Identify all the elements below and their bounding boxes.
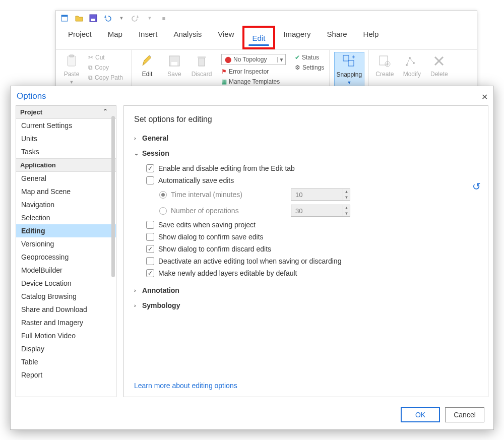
dialog-title: Options (11, 86, 493, 104)
modify-button[interactable]: Modify (399, 52, 424, 79)
new-project-icon[interactable] (60, 13, 70, 23)
redo-icon[interactable] (131, 13, 141, 23)
delete-button[interactable]: Delete (426, 52, 452, 79)
topology-combo[interactable]: ⬤No Topology ▼ (221, 54, 286, 65)
svg-point-19 (409, 57, 411, 59)
label-deactivate-tool: Deactivate an active editing tool when s… (158, 257, 341, 265)
edit-button[interactable]: Edit (135, 52, 160, 79)
sidebar-item-table[interactable]: Table (16, 355, 116, 368)
undo-icon[interactable] (102, 13, 112, 23)
sidebar-item-display[interactable]: Display (16, 342, 116, 355)
ok-button[interactable]: OK (401, 407, 440, 422)
manage-templates-button[interactable]: ▦Manage Templates (219, 77, 288, 86)
paste-label: Paste (64, 71, 80, 78)
checkbox-auto-save[interactable] (146, 176, 154, 184)
tab-share[interactable]: Share (319, 26, 355, 49)
create-button[interactable]: Create (372, 52, 397, 79)
discard-edits-button[interactable]: Discard (189, 52, 214, 79)
chevron-down-icon: ▼ (277, 57, 285, 62)
settings-button[interactable]: ⚙Settings (293, 63, 326, 72)
checkbox-save-when-saving-project[interactable] (146, 221, 154, 229)
section-symbology[interactable]: ›Symbology (134, 301, 478, 309)
sidebar-item-catalog-browsing[interactable]: Catalog Browsing (16, 290, 116, 303)
copy-path-button[interactable]: ⧉Copy Path (86, 73, 125, 82)
spinner-number-operations[interactable]: 30▲▼ (291, 205, 350, 217)
sidebar-item-full-motion-video[interactable]: Full Motion Video (16, 329, 116, 342)
svg-rect-9 (198, 56, 206, 58)
chevron-down-icon: ▼ (347, 80, 351, 85)
reset-button[interactable]: ↺ (472, 180, 481, 193)
sidebar-header-application[interactable]: Application (16, 158, 116, 172)
sidebar-item-device-location[interactable]: Device Location (16, 277, 116, 290)
sidebar-item-report[interactable]: Report (16, 368, 116, 382)
tab-insert[interactable]: Insert (131, 26, 166, 49)
sidebar-item-tasks[interactable]: Tasks (16, 145, 116, 158)
status-icon: ✔ (295, 54, 300, 61)
cut-label: Cut (95, 54, 105, 61)
qat-customize-icon[interactable]: ≡ (159, 13, 169, 23)
save-edits-button[interactable]: Save (162, 52, 187, 79)
sidebar-item-map-and-scene[interactable]: Map and Scene (16, 185, 116, 198)
annotation-label: Annotation (142, 286, 179, 294)
discard-label: Discard (192, 71, 212, 78)
svg-rect-3 (91, 19, 95, 21)
checkbox-enable-editing[interactable] (146, 164, 154, 172)
undo-dropdown-icon[interactable]: ▼ (116, 13, 127, 23)
sidebar-item-units[interactable]: Units (16, 132, 116, 145)
redo-dropdown-icon[interactable]: ▼ (145, 13, 155, 23)
sidebar-item-current-settings[interactable]: Current Settings (16, 119, 116, 132)
options-dialog: Options ✕ Project⌃ Current Settings Unit… (10, 86, 494, 430)
status-label: Status (302, 54, 319, 61)
delete-label: Delete (430, 71, 448, 78)
sidebar-item-navigation[interactable]: Navigation (16, 198, 116, 211)
chevron-down-icon[interactable]: ▼ (343, 195, 350, 200)
radio-time-interval[interactable] (159, 191, 167, 199)
tab-imagery[interactable]: Imagery (275, 26, 319, 49)
paste-button[interactable]: Paste ▼ (59, 52, 84, 86)
tab-map[interactable]: Map (100, 26, 131, 49)
chevron-up-icon[interactable]: ▲ (343, 189, 350, 195)
tab-edit[interactable]: Edit (244, 30, 274, 45)
checkbox-confirm-discard[interactable] (146, 245, 154, 253)
tab-help[interactable]: Help (355, 26, 387, 49)
radio-number-operations[interactable] (159, 207, 167, 215)
status-button[interactable]: ✔Status (293, 53, 326, 62)
chevron-down-icon[interactable]: ▼ (343, 211, 350, 216)
checkbox-new-layers-editable[interactable] (146, 269, 154, 277)
spinner-time-interval[interactable]: 10▲▼ (291, 188, 350, 201)
scrollbar-thumb[interactable] (111, 116, 115, 277)
pencil-icon (139, 53, 155, 69)
sidebar-item-versioning[interactable]: Versioning (16, 237, 116, 250)
snapping-button[interactable]: Snapping ▼ (334, 52, 364, 87)
scissors-icon: ✂ (88, 54, 93, 61)
copy-path-icon: ⧉ (88, 74, 93, 81)
sidebar-item-share-and-download[interactable]: Share and Download (16, 303, 116, 316)
tab-analysis[interactable]: Analysis (165, 26, 210, 49)
copy-button[interactable]: ⧉Copy (86, 63, 125, 72)
open-project-icon[interactable] (74, 13, 84, 23)
learn-more-link[interactable]: Learn more about editing options (134, 382, 237, 390)
sidebar-item-selection[interactable]: Selection (16, 211, 116, 224)
sidebar-item-geoprocessing[interactable]: Geoprocessing (16, 250, 116, 264)
tab-view[interactable]: View (210, 26, 242, 49)
chevron-up-icon[interactable]: ▲ (343, 205, 350, 211)
tab-project[interactable]: Project (60, 26, 100, 49)
sidebar-item-editing[interactable]: Editing (16, 224, 116, 237)
sidebar-item-raster-and-imagery[interactable]: Raster and Imagery (16, 316, 116, 329)
cut-button[interactable]: ✂Cut (86, 53, 125, 62)
sidebar-header-project[interactable]: Project⌃ (16, 106, 116, 119)
sidebar-item-modelbuilder[interactable]: ModelBuilder (16, 264, 116, 277)
section-annotation[interactable]: ›Annotation (134, 286, 478, 294)
cancel-button[interactable]: Cancel (445, 407, 484, 422)
checkbox-deactivate-tool[interactable] (146, 257, 154, 265)
checkbox-confirm-save[interactable] (146, 233, 154, 241)
sidebar-item-general[interactable]: General (16, 172, 116, 185)
save-project-icon[interactable] (88, 13, 98, 23)
topology-row: ⬤No Topology ▼ (219, 53, 288, 66)
close-button[interactable]: ✕ (479, 92, 489, 102)
no-topology-icon: ⬤ (225, 56, 231, 63)
error-inspector-button[interactable]: ⚑Error Inspector (219, 67, 288, 76)
section-session[interactable]: ⌄Session (134, 149, 478, 157)
section-general[interactable]: ›General (134, 134, 478, 142)
gear-icon: ⚙ (295, 64, 300, 71)
